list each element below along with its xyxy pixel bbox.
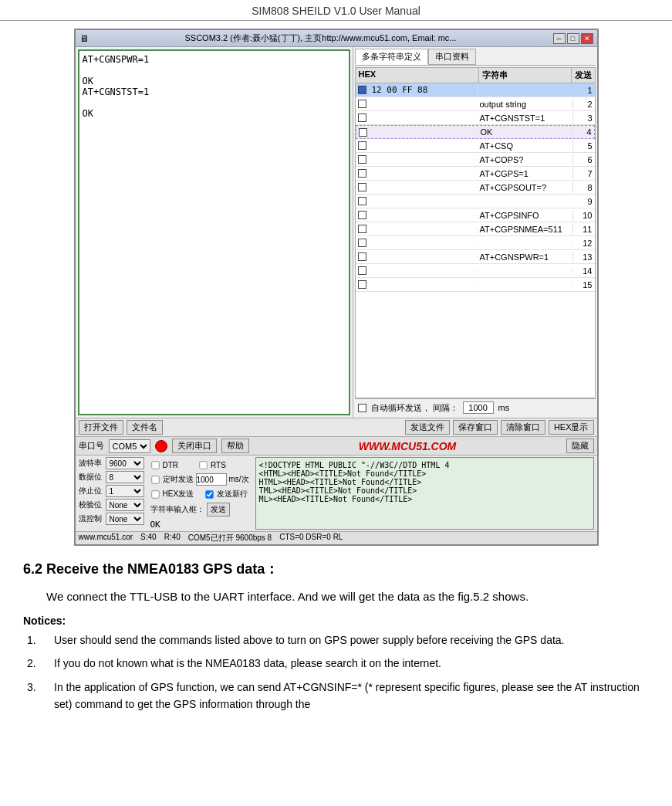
- hide-button[interactable]: 隐藏: [566, 439, 594, 453]
- hex-value: [370, 215, 478, 216]
- row-checkbox[interactable]: [356, 239, 370, 247]
- flow-ctrl-select[interactable]: None: [106, 513, 144, 525]
- str-value: AT+CGPSNMEA=511: [478, 224, 573, 235]
- open-file-button[interactable]: 打开文件: [79, 420, 123, 435]
- row-checkbox[interactable]: [356, 280, 370, 289]
- auto-loop-label: 自动循环发送， 间隔：: [371, 402, 458, 414]
- tab-multi-string[interactable]: 多条字符串定义: [355, 49, 428, 65]
- stop-bits-select[interactable]: 1: [106, 485, 144, 497]
- row-checkbox[interactable]: [356, 113, 370, 122]
- ok-display: OK: [150, 520, 160, 530]
- notice-num-3: 3.: [23, 679, 54, 713]
- table-row: 12: [356, 236, 595, 250]
- row-checkbox[interactable]: [356, 141, 370, 150]
- hex-send-label: HEX发送: [163, 489, 194, 500]
- settings-col-mid: DTR RTS 定时发送 ms/次 HEX发送 发送新行: [150, 460, 249, 530]
- table-row: AT+CSQ 5: [356, 139, 595, 153]
- table-row: OK 4: [356, 125, 595, 139]
- ok-display-row: OK: [150, 520, 249, 530]
- timer-label: 定时发送: [163, 474, 194, 485]
- dtr-label: DTR: [163, 461, 179, 469]
- serial-output-area: AT+CGNSPWR=1 OK AT+CGNSTST=1 OK: [78, 49, 350, 415]
- baud-rate-row: 波特率 9600: [79, 457, 144, 469]
- row-checkbox[interactable]: [356, 169, 370, 178]
- rts-checkbox[interactable]: [199, 461, 207, 469]
- settings-col-left: 波特率 9600 数据位 8 停止位 1: [79, 457, 144, 530]
- str-value: [478, 201, 573, 202]
- row-checkbox[interactable]: [356, 252, 370, 261]
- status-port-status: COM5已打开 9600bps 8: [188, 533, 272, 544]
- str-column-header: 字符串: [479, 68, 572, 83]
- hex-value: [370, 270, 478, 272]
- row-number: 4: [572, 127, 594, 137]
- com-port-select[interactable]: COM5: [109, 439, 150, 453]
- row-checkbox[interactable]: [356, 266, 370, 275]
- data-bits-select[interactable]: 8: [106, 471, 144, 483]
- interval-unit: ms: [498, 403, 510, 412]
- str-send-button[interactable]: 发送: [207, 503, 230, 516]
- str-value: [478, 270, 573, 272]
- flow-ctrl-row: 流控制 None: [79, 513, 144, 525]
- table-row: AT+COPS? 6: [356, 153, 595, 167]
- hex-value: [370, 159, 478, 161]
- section-heading: 6.2 Receive the NMEA0183 GPS data：: [23, 560, 649, 578]
- screenshot-window: 🖥 SSCOM3.2 (作者:聂小猛(丁丁), 主页http://www.mcu…: [74, 29, 599, 546]
- row-number: 8: [573, 183, 595, 192]
- dtr-checkbox[interactable]: [151, 461, 159, 469]
- hex-send-checkbox[interactable]: [151, 490, 159, 498]
- row-checkbox[interactable]: [356, 128, 370, 137]
- maximize-button[interactable]: □: [567, 33, 579, 44]
- notice-list: 1. User should send the commands listed …: [23, 632, 649, 713]
- notice-item-3: 3. In the application of GPS function, w…: [23, 679, 649, 713]
- table-row: AT+CGPSINFO 10: [356, 208, 595, 222]
- stop-bits-row: 停止位 1: [79, 485, 144, 497]
- str-value: AT+COPS?: [478, 154, 573, 165]
- record-button[interactable]: [155, 440, 167, 452]
- row-checkbox[interactable]: [356, 100, 370, 108]
- window-title: SSCOM3.2 (作者:聂小猛(丁丁), 主页http://www.mcu51…: [184, 32, 456, 44]
- send-file-button[interactable]: 发送文件: [405, 420, 450, 435]
- window-body: AT+CGNSPWR=1 OK AT+CGNSTST=1 OK 多条字符串定义 …: [76, 47, 597, 418]
- notice-item-2: 2. If you do not known what is the NMEA0…: [23, 655, 649, 672]
- auto-loop-checkbox[interactable]: [358, 404, 366, 412]
- tab-serial-data[interactable]: 串口资料: [428, 49, 476, 65]
- interval-input[interactable]: 1000: [463, 401, 494, 414]
- str-value: [478, 242, 573, 244]
- website-link: WWW.MCU51.COM: [254, 440, 562, 452]
- data-bits-label: 数据位: [79, 472, 103, 483]
- timer-input[interactable]: [196, 473, 227, 486]
- row-number: 15: [573, 280, 595, 290]
- minimize-button[interactable]: ─: [553, 33, 566, 44]
- row-number: 3: [573, 113, 595, 123]
- row-checkbox[interactable]: [356, 197, 370, 205]
- clear-window-button[interactable]: 清除窗口: [501, 420, 545, 435]
- timer-checkbox[interactable]: [151, 476, 159, 483]
- stop-bits-label: 停止位: [79, 486, 103, 496]
- notice-text-3: In the application of GPS function, we c…: [54, 679, 649, 713]
- parity-select[interactable]: None: [106, 499, 144, 511]
- row-checkbox[interactable]: [356, 211, 370, 219]
- hex-display-button[interactable]: HEX显示: [549, 420, 594, 435]
- row-number: 14: [573, 266, 595, 276]
- row-checkbox[interactable]: [356, 155, 370, 164]
- notices-heading: Notices:: [23, 615, 649, 627]
- serial-output-text: AT+CGNSPWR=1 OK AT+CGNSTST=1 OK: [83, 54, 346, 119]
- flow-ctrl-label: 流控制: [79, 513, 103, 524]
- str-value: AT+CGNSTST=1: [478, 113, 573, 124]
- notice-text-2: If you do not known what is the NMEA0183…: [54, 655, 649, 672]
- right-tabs: 多条字符串定义 串口资料: [355, 49, 596, 66]
- row-checkbox[interactable]: [356, 225, 370, 233]
- str-value: AT+CGPS=1: [478, 168, 573, 179]
- notice-num-2: 2.: [23, 655, 54, 672]
- str-value: AT+CGPSOUT=?: [478, 182, 573, 193]
- save-window-button[interactable]: 保存窗口: [453, 420, 498, 435]
- resend-checkbox[interactable]: [205, 490, 213, 498]
- close-port-button[interactable]: 关闭串口: [172, 439, 217, 453]
- baud-select[interactable]: 9600: [106, 457, 144, 469]
- table-row: 15: [356, 278, 595, 292]
- help-button[interactable]: 帮助: [221, 439, 249, 453]
- close-button[interactable]: ✕: [581, 33, 593, 44]
- row-checkbox[interactable]: [356, 86, 370, 94]
- file-name-button[interactable]: 文件名: [127, 420, 163, 435]
- row-checkbox[interactable]: [356, 183, 370, 191]
